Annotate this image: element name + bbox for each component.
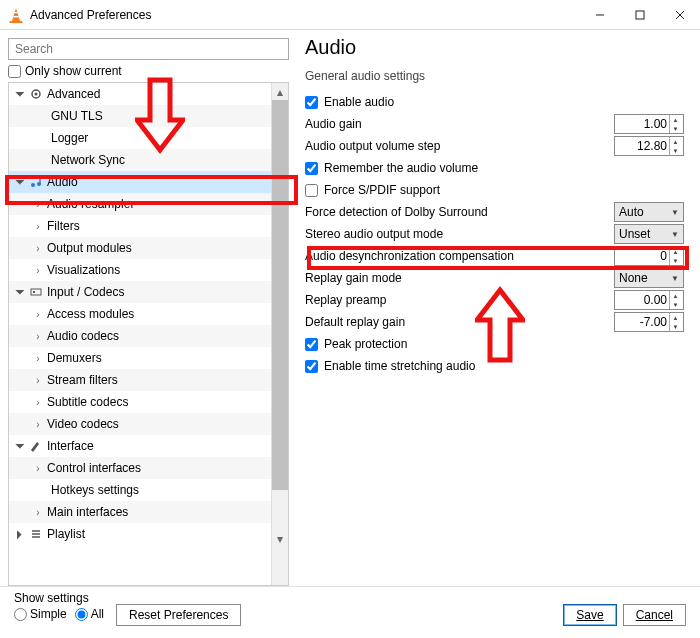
tree-node-advanced[interactable]: ⏷ Advanced (9, 83, 271, 105)
tree-node-playlist[interactable]: ⏵ Playlist (9, 523, 271, 545)
tree-node-logger[interactable]: Logger (9, 127, 271, 149)
cancel-button[interactable]: Cancel (623, 604, 686, 626)
tree-node-audio-resampler[interactable]: ›Audio resampler (9, 193, 271, 215)
chevron-right-icon: › (31, 397, 45, 408)
step-down-icon[interactable]: ▼ (670, 322, 681, 331)
chevron-right-icon: › (31, 309, 45, 320)
expand-icon: ⏷ (13, 87, 27, 101)
tree-node-main-interfaces[interactable]: ›Main interfaces (9, 501, 271, 523)
step-up-icon[interactable]: ▲ (670, 137, 681, 146)
tree-node-input-codecs[interactable]: ⏷ Input / Codecs (9, 281, 271, 303)
tree-node-gnu-tls[interactable]: GNU TLS (9, 105, 271, 127)
tree-node-output-modules[interactable]: ›Output modules (9, 237, 271, 259)
chevron-right-icon: › (31, 331, 45, 342)
dolby-select[interactable]: Auto▼ (614, 202, 684, 222)
show-settings-group: Show settings Simple All (14, 591, 104, 621)
tree-node-audio-codecs[interactable]: ›Audio codecs (9, 325, 271, 347)
svg-rect-5 (636, 11, 644, 19)
expand-icon: ⏷ (13, 285, 27, 299)
only-show-current-checkbox[interactable] (8, 65, 21, 78)
svg-rect-1 (14, 12, 18, 13)
save-button[interactable]: Save (563, 604, 616, 626)
window-minimize-button[interactable] (580, 0, 620, 29)
tree-node-stream-filters[interactable]: ›Stream filters (9, 369, 271, 391)
show-all-radio[interactable]: All (75, 607, 104, 621)
tree-scrollbar[interactable]: ▴ ▾ (271, 83, 288, 585)
tree-node-audio[interactable]: ⏷ Audio (9, 171, 271, 193)
force-spdif-checkbox[interactable] (305, 184, 318, 197)
tree-node-access-modules[interactable]: ›Access modules (9, 303, 271, 325)
window-close-button[interactable] (660, 0, 700, 29)
close-icon (675, 10, 685, 20)
tree-node-hotkeys-settings[interactable]: Hotkeys settings (9, 479, 271, 501)
chevron-right-icon: › (31, 221, 45, 232)
window-maximize-button[interactable] (620, 0, 660, 29)
show-simple-radio[interactable]: Simple (14, 607, 67, 621)
show-settings-label: Show settings (14, 591, 104, 605)
step-down-icon[interactable]: ▼ (670, 146, 681, 155)
chevron-right-icon: › (31, 265, 45, 276)
window-title: Advanced Preferences (30, 8, 580, 22)
maximize-icon (635, 10, 645, 20)
settings-panel: Audio General audio settings Enable audi… (295, 30, 700, 586)
chevron-right-icon: › (31, 419, 45, 430)
enable-audio-label: Enable audio (324, 95, 684, 109)
step-up-icon[interactable]: ▲ (670, 291, 681, 300)
brush-icon (27, 439, 45, 453)
step-down-icon[interactable]: ▼ (670, 124, 681, 133)
search-input[interactable] (8, 38, 289, 60)
step-down-icon[interactable]: ▼ (670, 256, 681, 265)
step-up-icon[interactable]: ▲ (670, 247, 681, 256)
panel-heading: Audio (305, 36, 684, 59)
svg-marker-3 (9, 21, 23, 23)
force-spdif-label: Force S/PDIF support (324, 183, 684, 197)
time-stretching-checkbox[interactable] (305, 360, 318, 373)
chevron-right-icon: › (31, 353, 45, 364)
collapse-icon: ⏵ (13, 527, 27, 541)
step-down-icon[interactable]: ▼ (670, 300, 681, 309)
list-icon (27, 527, 45, 541)
step-up-icon[interactable]: ▲ (670, 115, 681, 124)
titlebar: Advanced Preferences (0, 0, 700, 30)
chevron-right-icon: › (31, 243, 45, 254)
replay-gain-mode-select[interactable]: None▼ (614, 268, 684, 288)
svg-point-11 (37, 182, 41, 186)
chevron-right-icon: › (31, 375, 45, 386)
svg-point-10 (31, 183, 35, 187)
chevron-right-icon: › (31, 463, 45, 474)
tree-node-control-interfaces[interactable]: ›Control interfaces (9, 457, 271, 479)
volume-step-input[interactable]: 12.80▲▼ (614, 136, 684, 156)
tree-node-network-sync[interactable]: Network Sync (9, 149, 271, 171)
reset-preferences-button[interactable]: Reset Preferences (116, 604, 241, 626)
tree-node-subtitle-codecs[interactable]: ›Subtitle codecs (9, 391, 271, 413)
panel-subheading: General audio settings (305, 69, 684, 83)
svg-rect-13 (33, 291, 35, 293)
scroll-down-icon[interactable]: ▾ (272, 530, 288, 547)
stereo-mode-select[interactable]: Unset▼ (614, 224, 684, 244)
time-stretching-label: Enable time stretching audio (324, 359, 684, 373)
remember-volume-label: Remember the audio volume (324, 161, 684, 175)
peak-protection-checkbox[interactable] (305, 338, 318, 351)
scroll-thumb[interactable] (272, 100, 288, 490)
enable-audio-checkbox[interactable] (305, 96, 318, 109)
svg-point-9 (35, 93, 38, 96)
replay-gain-mode-label: Replay gain mode (305, 271, 614, 285)
replay-preamp-input[interactable]: 0.00▲▼ (614, 290, 684, 310)
desync-input[interactable]: 0▲▼ (614, 246, 684, 266)
scroll-up-icon[interactable]: ▴ (272, 83, 288, 100)
codec-icon (27, 285, 45, 299)
svg-rect-12 (31, 289, 41, 295)
tree-node-demuxers[interactable]: ›Demuxers (9, 347, 271, 369)
tree-node-video-codecs[interactable]: ›Video codecs (9, 413, 271, 435)
step-up-icon[interactable]: ▲ (670, 313, 681, 322)
tree-node-interface[interactable]: ⏷ Interface (9, 435, 271, 457)
stereo-mode-label: Stereo audio output mode (305, 227, 614, 241)
music-note-icon (27, 175, 45, 189)
audio-gain-input[interactable]: 1.00▲▼ (614, 114, 684, 134)
tree-node-visualizations[interactable]: ›Visualizations (9, 259, 271, 281)
default-replay-gain-input[interactable]: -7.00▲▼ (614, 312, 684, 332)
tree-node-filters[interactable]: ›Filters (9, 215, 271, 237)
bottom-bar: Show settings Simple All Reset Preferenc… (0, 586, 700, 636)
settings-tree: ⏷ Advanced GNU TLS Logger Network Sync ⏷… (8, 82, 289, 586)
remember-volume-checkbox[interactable] (305, 162, 318, 175)
